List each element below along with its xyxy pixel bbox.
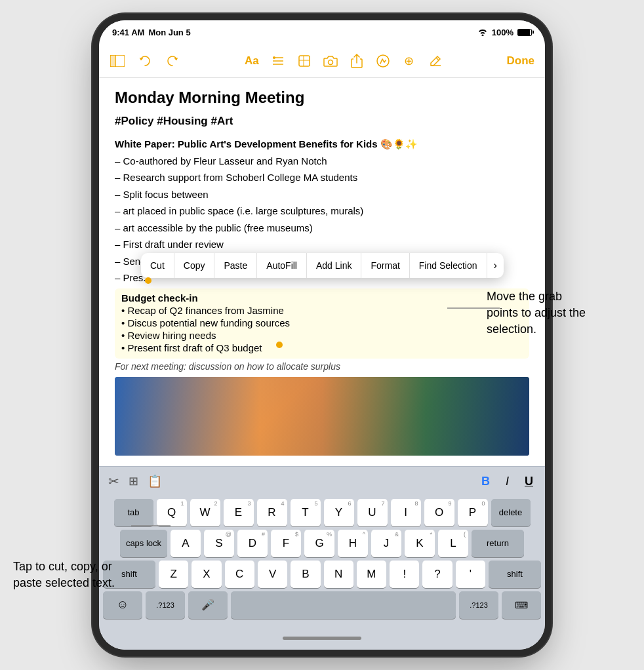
key-i[interactable]: 8I xyxy=(391,499,421,526)
budget-item-3: • Review hiring needs xyxy=(121,330,523,341)
key-l[interactable]: (L xyxy=(438,530,468,557)
annotation-right: Move the grabpoints to adjust theselecti… xyxy=(487,288,631,338)
key-o[interactable]: 9O xyxy=(424,499,454,526)
key-t[interactable]: 5T xyxy=(291,499,321,526)
key-delete[interactable]: delete xyxy=(491,499,531,526)
context-more[interactable]: › xyxy=(487,253,504,278)
key-v[interactable]: V xyxy=(258,561,287,588)
svg-point-10 xyxy=(328,60,332,64)
key-shift-right[interactable]: shift xyxy=(489,561,541,588)
key-return[interactable]: return xyxy=(472,530,524,557)
context-menu: Cut Copy Paste AutoFill Add Link Format … xyxy=(141,253,504,278)
note-tags: #Policy #Housing #Art xyxy=(115,115,529,128)
copy-toolbar-icon[interactable]: ⊞ xyxy=(129,474,138,488)
key-g[interactable]: %G xyxy=(304,530,334,557)
camera-icon[interactable] xyxy=(323,53,338,69)
keyboard-toolbar: ✂ ⊞ 📋 B I U xyxy=(99,466,545,496)
key-y[interactable]: 6Y xyxy=(324,499,354,526)
budget-item-4: • Present first draft of Q3 budget xyxy=(121,342,523,353)
key-d[interactable]: #D xyxy=(237,530,268,557)
svg-rect-0 xyxy=(110,55,115,67)
markup-icon[interactable] xyxy=(375,53,391,69)
body-line-7: – First draft under review xyxy=(115,237,529,252)
status-time: 9:41 AM xyxy=(112,28,144,37)
checklist-icon[interactable] xyxy=(270,53,286,69)
toolbar: Aa xyxy=(99,44,545,78)
svg-rect-7 xyxy=(299,56,310,66)
key-emoji[interactable]: ☺ xyxy=(103,591,142,619)
battery-icon xyxy=(517,29,532,36)
key-a[interactable]: A xyxy=(171,530,201,557)
table-icon[interactable] xyxy=(296,53,312,69)
key-n[interactable]: N xyxy=(324,561,353,588)
font-icon[interactable]: Aa xyxy=(244,53,260,69)
share-icon[interactable] xyxy=(349,53,365,69)
key-question[interactable]: ? xyxy=(422,561,452,588)
key-j[interactable]: &J xyxy=(371,530,401,557)
done-button[interactable]: Done xyxy=(507,54,535,68)
cut-toolbar-icon[interactable]: ✂ xyxy=(108,473,119,489)
italic-button[interactable]: I xyxy=(503,473,512,490)
battery-percentage: 100% xyxy=(492,28,513,37)
key-p[interactable]: 0P xyxy=(458,499,488,526)
key-mic[interactable]: 🎤 xyxy=(188,591,228,619)
context-autofill[interactable]: AutoFill xyxy=(257,253,307,278)
context-paste[interactable]: Paste xyxy=(214,253,257,278)
ipad-frame: 9:41 AM Mon Jun 5 100% xyxy=(99,20,545,650)
key-c[interactable]: C xyxy=(225,561,254,588)
svg-point-6 xyxy=(273,56,275,59)
connector-left-svg xyxy=(131,519,171,545)
note-image xyxy=(115,377,529,456)
key-f[interactable]: $F xyxy=(271,530,301,557)
note-title: Monday Morning Meeting xyxy=(115,89,529,107)
body-line-6: – art accessible by the public (free mus… xyxy=(115,221,529,236)
emoji-icon[interactable]: ⊕ xyxy=(401,53,417,69)
underline-button[interactable]: U xyxy=(522,473,536,490)
body-line-5: – art placed in public space (i.e. large… xyxy=(115,204,529,219)
key-space[interactable] xyxy=(231,591,456,619)
context-format[interactable]: Format xyxy=(361,253,409,278)
key-h[interactable]: ^H xyxy=(338,530,368,557)
undo-icon[interactable] xyxy=(137,53,153,69)
key-w[interactable]: 2W xyxy=(190,499,220,526)
key-row-3: shift Z X C V B N M ! ? ' shift xyxy=(103,561,541,588)
key-k[interactable]: *K xyxy=(405,530,435,557)
key-r[interactable]: 4R xyxy=(257,499,287,526)
grab-handle-right[interactable] xyxy=(276,342,283,348)
key-exclaim[interactable]: ! xyxy=(390,561,419,588)
key-m[interactable]: M xyxy=(357,561,386,588)
key-x[interactable]: X xyxy=(191,561,221,588)
key-b[interactable]: B xyxy=(291,561,320,588)
wifi-icon xyxy=(477,28,488,36)
body-line-2: – Co-authored by Fleur Lasseur and Ryan … xyxy=(115,154,529,169)
body-line-1: White Paper: Public Art's Development Be… xyxy=(115,137,529,152)
key-e[interactable]: 3E xyxy=(224,499,254,526)
home-indicator xyxy=(283,637,361,640)
grab-handle-left[interactable] xyxy=(145,277,151,284)
paste-toolbar-icon[interactable]: 📋 xyxy=(148,474,162,488)
key-s[interactable]: @S xyxy=(204,530,234,557)
keyboard: tab 1Q 2W 3E 4R 5T 6Y 7U 8I 9O 0P delete… xyxy=(99,496,545,627)
key-keyboard[interactable]: ⌨ xyxy=(502,591,541,619)
svg-line-12 xyxy=(436,58,439,60)
key-u[interactable]: 7U xyxy=(357,499,388,526)
connector-right-svg xyxy=(447,295,500,321)
context-find-selection[interactable]: Find Selection xyxy=(410,253,487,278)
key-num-left[interactable]: .?123 xyxy=(146,591,185,619)
body-line-3: – Research support from Schoberl College… xyxy=(115,170,529,186)
context-cut[interactable]: Cut xyxy=(141,253,174,278)
status-bar: 9:41 AM Mon Jun 5 100% xyxy=(99,20,545,44)
context-add-link[interactable]: Add Link xyxy=(307,253,361,278)
status-date: Mon Jun 5 xyxy=(148,28,190,37)
redo-icon[interactable] xyxy=(165,53,180,69)
key-row-4: ☺ .?123 🎤 .?123 ⌨ xyxy=(103,591,541,619)
key-num-right[interactable]: .?123 xyxy=(459,591,498,619)
key-z[interactable]: Z xyxy=(159,561,188,588)
sidebar-toggle-icon[interactable] xyxy=(110,53,125,69)
bottom-bar xyxy=(99,627,545,650)
italic-line: For next meeting: discussion on how to a… xyxy=(115,361,529,372)
key-comma[interactable]: ' xyxy=(456,561,485,588)
bold-button[interactable]: B xyxy=(479,473,493,490)
context-copy[interactable]: Copy xyxy=(174,253,215,278)
compose-icon[interactable] xyxy=(428,53,443,69)
